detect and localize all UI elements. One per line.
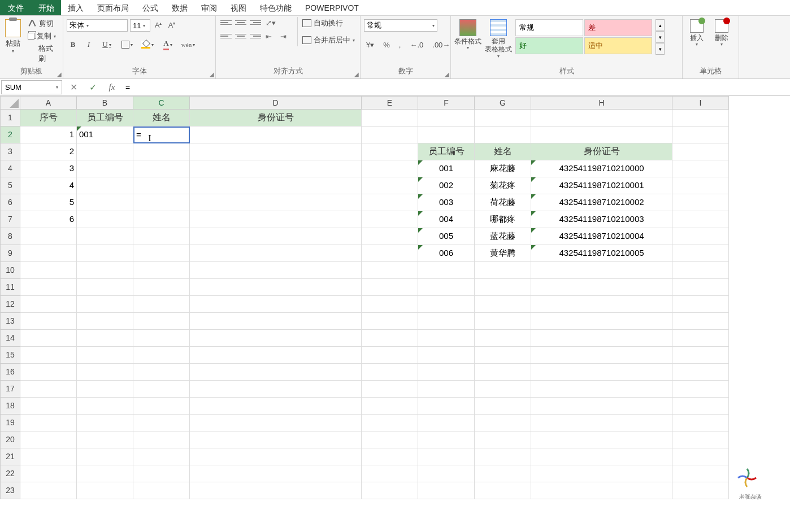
cell-B3[interactable] (77, 143, 133, 160)
cell-G12[interactable] (475, 296, 531, 313)
cell-B9[interactable] (77, 245, 133, 262)
cell-C10[interactable] (133, 262, 190, 279)
cell-F21[interactable] (418, 448, 475, 465)
cell-G4[interactable]: 麻花藤 (475, 160, 531, 177)
tab-data[interactable]: 数据 (165, 0, 194, 15)
row-header-8[interactable]: 8 (0, 228, 20, 245)
align-expand-icon[interactable]: ◢ (354, 71, 359, 77)
tab-file[interactable]: 文件 (0, 0, 32, 15)
phonetic-button[interactable]: wén (180, 38, 197, 51)
cell-D11[interactable] (190, 279, 362, 296)
cell-B5[interactable] (77, 177, 133, 194)
align-right-button[interactable] (249, 30, 262, 42)
cell-G21[interactable] (475, 448, 531, 465)
cell-A2[interactable]: 1 (20, 127, 77, 143)
italic-button[interactable]: I (83, 38, 95, 51)
cell-D17[interactable] (190, 381, 362, 398)
cell-F22[interactable] (418, 465, 475, 482)
cell-I1[interactable] (672, 110, 729, 127)
cell-E3[interactable] (362, 143, 418, 160)
cell-I20[interactable] (672, 431, 729, 448)
cell-C22[interactable] (133, 465, 190, 482)
tab-home[interactable]: 开始 (32, 0, 61, 15)
align-bottom-button[interactable] (249, 17, 262, 28)
cell-F18[interactable] (418, 398, 475, 415)
cell-I12[interactable] (672, 296, 729, 313)
cell-E1[interactable] (362, 110, 418, 127)
style-scroll-down[interactable]: ▾ (656, 31, 665, 43)
cell-H10[interactable] (531, 262, 672, 279)
cell-A17[interactable] (20, 381, 77, 398)
row-header-9[interactable]: 9 (0, 245, 20, 262)
style-expand[interactable]: ▾ (656, 43, 665, 55)
cell-D22[interactable] (190, 465, 362, 482)
cell-A22[interactable] (20, 465, 77, 482)
cell-H11[interactable] (531, 279, 672, 296)
cell-G2[interactable] (475, 127, 531, 143)
row-header-7[interactable]: 7 (0, 211, 20, 228)
cell-C13[interactable] (133, 313, 190, 330)
cell-G5[interactable]: 菊花疼 (475, 177, 531, 194)
cell-F7[interactable]: 004 (418, 211, 475, 228)
cell-H13[interactable] (531, 313, 672, 330)
cell-A14[interactable] (20, 330, 77, 347)
cell-E13[interactable] (362, 313, 418, 330)
cell-D12[interactable] (190, 296, 362, 313)
style-bad[interactable]: 差 (584, 19, 652, 36)
copy-button[interactable]: 复制▾ (27, 30, 59, 42)
cell-A9[interactable] (20, 245, 77, 262)
cell-B2[interactable]: 001 (77, 127, 133, 143)
cell-B8[interactable] (77, 228, 133, 245)
cell-I3[interactable] (672, 143, 729, 160)
cell-I13[interactable] (672, 313, 729, 330)
cell-D23[interactable] (190, 482, 362, 499)
cell-G18[interactable] (475, 398, 531, 415)
cell-H22[interactable] (531, 465, 672, 482)
tab-special[interactable]: 特色功能 (253, 0, 298, 15)
cell-H9[interactable]: 432541198710210005 (531, 245, 672, 262)
cell-C23[interactable] (133, 482, 190, 499)
cell-I17[interactable] (672, 381, 729, 398)
cell-A20[interactable] (20, 431, 77, 448)
cell-G20[interactable] (475, 431, 531, 448)
cell-B23[interactable] (77, 482, 133, 499)
cell-A1[interactable]: 序号 (20, 110, 77, 127)
cell-E6[interactable] (362, 194, 418, 211)
cell-D9[interactable] (190, 245, 362, 262)
cell-styles-gallery[interactable]: 常规 差 好 适中 (515, 17, 652, 54)
cell-I4[interactable] (672, 160, 729, 177)
decrease-font-button[interactable]: A▾ (166, 20, 177, 31)
fill-color-button[interactable] (139, 38, 156, 51)
row-header-19[interactable]: 19 (0, 415, 20, 431)
cell-G9[interactable]: 黄华腾 (475, 245, 531, 262)
cell-H1[interactable] (531, 110, 672, 127)
align-left-button[interactable] (219, 30, 233, 42)
cell-C16[interactable] (133, 364, 190, 381)
cell-I8[interactable] (672, 228, 729, 245)
conditional-format-button[interactable]: 条件格式 ▾ (454, 17, 481, 50)
row-header-15[interactable]: 15 (0, 347, 20, 364)
cell-D13[interactable] (190, 313, 362, 330)
cell-I14[interactable] (672, 330, 729, 347)
cell-D20[interactable] (190, 431, 362, 448)
cell-E10[interactable] (362, 262, 418, 279)
row-header-10[interactable]: 10 (0, 262, 20, 279)
row-header-21[interactable]: 21 (0, 448, 20, 465)
paste-dropdown-icon[interactable]: ▾ (12, 49, 14, 54)
cell-C4[interactable] (133, 160, 190, 177)
cell-G16[interactable] (475, 364, 531, 381)
cell-A7[interactable]: 6 (20, 211, 77, 228)
row-header-4[interactable]: 4 (0, 160, 20, 177)
cell-A16[interactable] (20, 364, 77, 381)
cell-G23[interactable] (475, 482, 531, 499)
comma-button[interactable]: , (397, 38, 403, 51)
cell-C12[interactable] (133, 296, 190, 313)
cell-B20[interactable] (77, 431, 133, 448)
tab-page-layout[interactable]: 页面布局 (90, 0, 136, 15)
merge-center-button[interactable]: 合并后居中▾ (301, 34, 356, 46)
tab-powerpivot[interactable]: POWERPIVOT (298, 0, 366, 15)
cell-E20[interactable] (362, 431, 418, 448)
row-header-1[interactable]: 1 (0, 110, 20, 127)
cell-I23[interactable] (672, 482, 729, 499)
cell-D3[interactable] (190, 143, 362, 160)
